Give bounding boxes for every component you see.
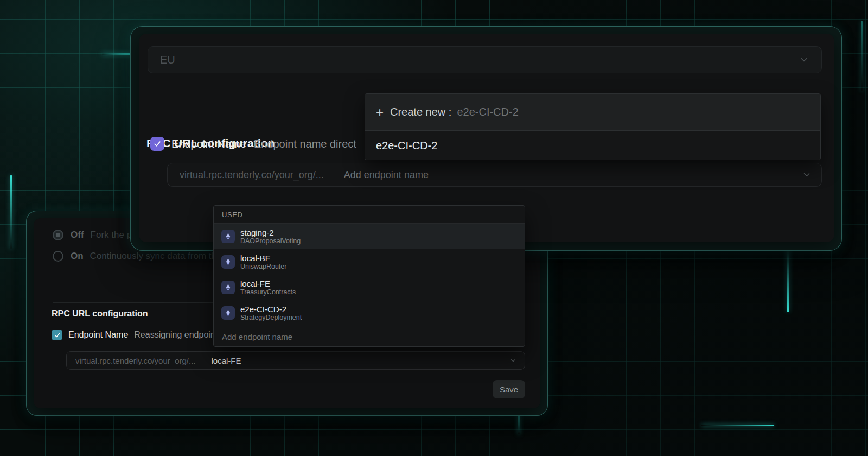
region-select-value: EU — [160, 54, 175, 66]
grid-glow-segment — [10, 175, 12, 249]
endpoint-option-e2e-ci-cd-2[interactable]: e2e-CI-CD-2 StrategyDeployment — [214, 300, 525, 326]
radio-on-description: Continuously sync data from the p — [90, 251, 229, 262]
endpoint-name-placeholder: Add endpoint name — [334, 169, 802, 181]
rpc-url-prefix: virtual.rpc.tenderly.co/your_org/... — [168, 169, 334, 181]
grid-glow-segment — [701, 425, 774, 426]
ethereum-icon — [221, 230, 235, 243]
checkbox-checked-icon[interactable] — [52, 330, 62, 340]
endpoint-name-description: Reassigning endpoint — [134, 330, 218, 340]
rpc-config-heading: RPC URL configuration — [52, 309, 148, 319]
radio-off-selected[interactable] — [53, 230, 63, 240]
chevron-down-icon — [509, 357, 525, 364]
endpoint-name-description: Endpoint name direct — [254, 138, 356, 150]
create-new-label: Create new : — [390, 106, 451, 118]
plus-icon: + — [376, 106, 384, 119]
endpoint-option-project: DAOProposalVoting — [240, 237, 301, 245]
add-endpoint-name-input[interactable]: Add endpoint name — [214, 326, 525, 347]
radio-on-label: On — [71, 251, 84, 262]
used-section-label: USED — [214, 206, 525, 224]
endpoint-option-project: TreasuryContracts — [240, 288, 296, 296]
endpoint-select[interactable]: virtual.rpc.tenderly.co/your_org/... loc… — [66, 351, 525, 370]
endpoint-name-label: Endpoint Name — [171, 138, 246, 150]
sync-off-radio-row[interactable]: Off Fork the par — [53, 230, 140, 240]
rpc-url-prefix: virtual.rpc.tenderly.co/your_org/... — [67, 356, 203, 365]
ethereum-icon — [221, 281, 235, 294]
screen: Off Fork the par On Continuously sync da… — [0, 0, 868, 456]
create-new-option[interactable]: + Create new : e2e-CI-CD-2 — [365, 94, 820, 131]
create-new-dropdown: + Create new : e2e-CI-CD-2 e2e-CI-CD-2 — [365, 93, 821, 160]
endpoint-option-local-fe[interactable]: local-FE TreasuryContracts — [214, 275, 525, 300]
endpoint-option-local-be[interactable]: local-BE UniswapRouter — [214, 249, 525, 275]
endpoint-name-input[interactable]: virtual.rpc.tenderly.co/your_org/... Add… — [167, 163, 822, 187]
checkbox-checked-icon[interactable] — [150, 137, 164, 151]
save-button[interactable]: Save — [493, 380, 525, 398]
chevron-down-icon — [799, 54, 809, 65]
region-select[interactable]: EU — [148, 46, 822, 73]
ethereum-icon — [221, 306, 235, 320]
endpoint-option-name: staging-2 — [240, 228, 301, 237]
grid-glow-segment — [787, 247, 789, 312]
create-new-value: e2e-CI-CD-2 — [457, 106, 518, 118]
sync-on-radio-row[interactable]: On Continuously sync data from the p — [53, 251, 229, 262]
ethereum-icon — [221, 255, 235, 269]
endpoint-option-staging-2[interactable]: staging-2 DAOProposalVoting — [214, 224, 525, 249]
endpoint-select-value: local-FE — [203, 356, 509, 365]
endpoint-option-project: StrategyDeployment — [240, 314, 302, 322]
endpoint-name-label: Endpoint Name — [68, 330, 128, 340]
endpoint-option-project: UniswapRouter — [240, 263, 286, 271]
section-divider — [148, 88, 822, 88]
existing-name-option[interactable]: e2e-CI-CD-2 — [365, 131, 820, 160]
endpoint-option-name: e2e-CI-CD-2 — [240, 305, 302, 314]
grid-glow-segment — [861, 21, 863, 91]
chevron-down-icon — [802, 170, 821, 180]
radio-on-unselected[interactable] — [53, 251, 63, 262]
radio-off-label: Off — [71, 230, 84, 240]
endpoint-option-name: local-BE — [240, 254, 286, 263]
used-endpoints-dropdown: USED staging-2 DAOProposalVoting local-B… — [213, 205, 525, 347]
endpoint-option-name: local-FE — [240, 279, 296, 288]
endpoint-name-checkbox-row[interactable]: Endpoint Name Reassigning endpoint — [52, 330, 218, 340]
endpoint-name-checkbox-row[interactable]: Endpoint Name Endpoint name direct — [150, 137, 356, 151]
